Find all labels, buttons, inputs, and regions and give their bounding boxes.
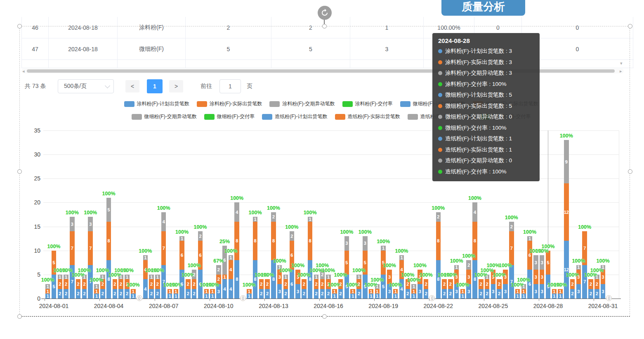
delivery-rate-label: 100% (169, 230, 195, 235)
x-axis-tick (155, 299, 155, 301)
bar-segment-value-label: 8 (468, 238, 482, 243)
delivery-rate-label: 100% (425, 206, 451, 211)
bar-segment-value-label: 6 (285, 253, 299, 258)
tooltip-series-dot-icon (438, 170, 442, 174)
tooltip-series-dot-icon (438, 82, 442, 86)
zero-value-marker: 0 (429, 295, 435, 301)
dashboard-page: 质量分析 462024-08-18涂料粉(F)221100.00%0047202… (0, 0, 644, 339)
x-axis-tick (210, 299, 210, 301)
tooltip-item: 造纸粉(F)-交付率 : 100% (438, 166, 534, 178)
plot-right-border (619, 130, 619, 299)
bar-segment-value-label: 5 (541, 260, 555, 265)
delivery-rate-label: 100% (260, 206, 287, 211)
delivery-rate-label: 100% (571, 225, 598, 230)
zero-value-marker: 0 (606, 295, 612, 301)
tooltip-item-text: 涂料粉(F)-计划出货笔数 : 3 (445, 46, 512, 57)
x-axis-tick-label: 2024-08-07 (145, 303, 182, 309)
bar-segment-value-label: 2 (590, 282, 604, 287)
tooltip-item-text: 微细粉(F)-交付率 : 100% (445, 123, 507, 134)
tooltip-item: 造纸粉(F)-交期异动笔数 : 0 (438, 155, 534, 166)
bar-segment-value-label: 7 (65, 246, 79, 251)
tooltip-series-dot-icon (438, 148, 442, 152)
bar-segment-value-label: 8 (267, 238, 281, 243)
stacked-bar-chart: 051015202530352024-08-012024-08-042024-0… (0, 0, 644, 339)
tooltip-rows: 涂料粉(F)-计划出货笔数 : 3涂料粉(F)-实际出货笔数 : 3涂料粉(F)… (438, 46, 534, 177)
tooltip-series-dot-icon (438, 159, 442, 163)
x-axis-tick (99, 299, 100, 301)
bar-segment-value-label: 4 (468, 210, 482, 215)
delivery-rate-label: 100% (529, 249, 555, 254)
bar-segment-value-label: 7 (83, 246, 97, 251)
delivery-rate-label: 100% (41, 244, 67, 249)
bar-segment-value-label: 6 (523, 282, 537, 287)
delivery-rate-label: 100% (132, 249, 158, 254)
tooltip-item-text: 微细粉(F)-交期异动笔数 : 0 (445, 111, 512, 123)
bar-segment-value-label: 4 (157, 219, 171, 224)
tooltip-item-text: 涂料粉(F)-交期异动笔数 : 3 (445, 68, 512, 79)
bar-segment-value-label: 5 (47, 260, 61, 265)
delivery-rate-label: 100% (242, 210, 269, 216)
tooltip-item-text: 涂料粉(F)-实际出货笔数 : 3 (445, 57, 512, 68)
bar-segment-value-label: 2 (505, 224, 519, 229)
x-axis-tick (45, 299, 45, 301)
y-axis-tick-label: 20 (24, 199, 40, 206)
x-axis-tick-label: 2024-08-01 (35, 303, 73, 309)
delivery-rate-label: 100% (224, 196, 250, 201)
bar-segment-value-label: 3 (65, 222, 79, 227)
x-axis-tick-label: 2024-08-04 (90, 303, 127, 309)
y-axis-tick-label: 0 (24, 295, 40, 302)
handle-bottom-left[interactable] (17, 314, 22, 319)
tooltip-item-text: 造纸粉(F)-实际出货笔数 : 1 (445, 145, 512, 156)
bar-segment-value-label: 2 (285, 234, 299, 239)
delivery-rate-label: 100% (498, 215, 525, 220)
bar-segment-value-label: 1 (205, 294, 219, 299)
rotate-icon[interactable] (318, 6, 332, 20)
tooltip-series-dot-icon (438, 137, 442, 141)
tooltip-item: 涂料粉(F)-计划出货笔数 : 3 (438, 46, 534, 57)
bar-segment-value-label: 1 (523, 236, 537, 241)
bar-segment-value-label: 9 (559, 159, 573, 164)
bar-segment-value-label: 5 (358, 260, 372, 265)
bar-segment-value-label: 2 (193, 234, 207, 239)
x-axis-tick (264, 299, 265, 301)
handle-top-center[interactable] (322, 24, 327, 28)
rotate-arrow-glyph (320, 8, 329, 17)
y-axis-tick-label: 25 (24, 175, 40, 182)
delivery-rate-label: 100% (535, 244, 561, 249)
bar-segment-value-label: 7 (578, 246, 592, 251)
y-axis-tick-label: 35 (24, 127, 40, 134)
bar-segment-value-label: 2 (431, 214, 445, 219)
tooltip-item: 涂料粉(F)-交付率 : 100% (438, 79, 534, 90)
delivery-rate-label: 100% (278, 225, 305, 230)
tooltip-series-dot-icon (438, 71, 442, 75)
bar-segment-value-label: 2 (267, 214, 281, 219)
handle-top-right[interactable] (628, 24, 632, 28)
bar-segment-value-label: 3 (596, 275, 610, 280)
handle-mid-left[interactable] (17, 169, 22, 174)
gridline (43, 227, 619, 227)
delivery-rate-label: 100% (217, 249, 244, 254)
tooltip-title: 2024-08-28 (438, 37, 534, 44)
tooltip-series-dot-icon (438, 126, 442, 130)
delivery-rate-label: 100% (407, 263, 433, 268)
bar-segment-value-label: 1 (138, 255, 152, 260)
bar-segment-value-label: 1 (370, 294, 384, 299)
bar-segment-value-label: 1 (175, 236, 189, 241)
bar-segment-value-label: 4 (224, 267, 238, 272)
bar-segment-value-label: 8 (431, 238, 445, 243)
tooltip-item-text: 涂料粉(F)-交付率 : 100% (445, 79, 507, 90)
handle-top-left[interactable] (17, 24, 22, 28)
delivery-rate-label: 100% (346, 268, 372, 273)
bar-segment-value-label: 8 (102, 238, 116, 243)
bar-segment-value-label: 5 (102, 207, 116, 212)
zero-value-marker: 0 (137, 295, 142, 301)
x-axis-tick-label: 2024-08-16 (310, 303, 347, 309)
tooltip-item: 微细粉(F)-实际出货笔数 : 5 (438, 101, 534, 112)
handle-bottom-center[interactable] (322, 314, 327, 319)
chart-tooltip: 2024-08-28 涂料粉(F)-计划出货笔数 : 3涂料粉(F)-实际出货笔… (432, 33, 540, 181)
handle-mid-right[interactable] (628, 169, 632, 174)
gridline (43, 202, 619, 203)
delivery-rate-label: 100% (455, 254, 482, 259)
bar-segment-value-label: 3 (596, 289, 610, 294)
bar-segment-value-label: 3 (340, 241, 354, 246)
